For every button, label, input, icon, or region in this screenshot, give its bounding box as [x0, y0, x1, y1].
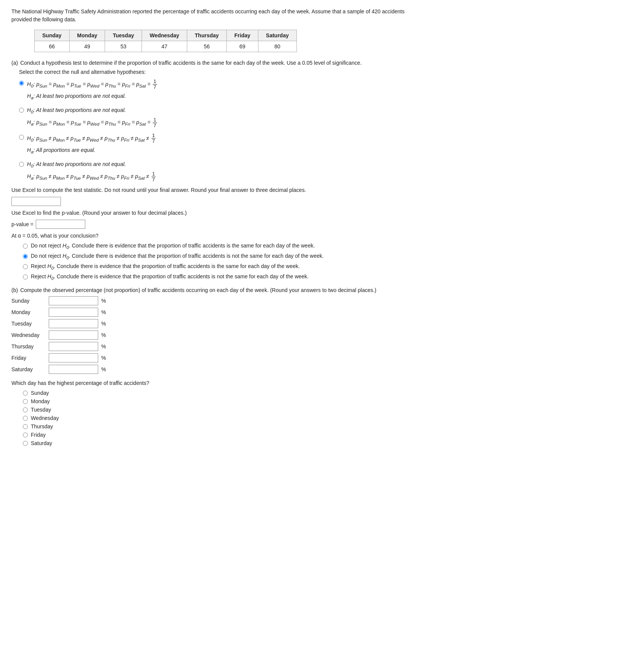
select-hypotheses-label: Select the correct the null and alternat… [19, 69, 407, 75]
percent-sign-friday: % [101, 355, 106, 361]
which-day-option-friday[interactable]: Friday [23, 432, 407, 438]
which-day-label-friday: Friday [31, 432, 46, 438]
hypothesis-option-2[interactable]: H0: At least two proportions are not equ… [19, 106, 407, 128]
percent-sign-wednesday: % [101, 332, 106, 338]
conclusion-section: At α = 0.05, what is your conclusion? Do… [11, 233, 407, 280]
conclusion-text-1: Do not reject H0. Conclude there is evid… [31, 243, 315, 250]
which-day-option-saturday[interactable]: Saturday [23, 440, 407, 446]
pvalue-section: Use Excel to find the p-value. (Round yo… [11, 210, 407, 229]
conclusion-radio-1[interactable] [23, 244, 28, 249]
table-header-wednesday: Wednesday [142, 30, 187, 41]
hypothesis-option-1-lines: H0: pSun = pMon = pTue = pWed = pThu = p… [27, 79, 158, 101]
day-input-sunday[interactable] [49, 296, 98, 305]
which-day-label-sunday: Sunday [31, 390, 49, 396]
day-inputs-container: Sunday%Monday%Tuesday%Wednesday%Thursday… [11, 296, 407, 374]
which-day-radio-tuesday[interactable] [23, 407, 28, 412]
h0-line-1: H0: pSun = pMon = pTue = pWed = pThu = p… [27, 79, 158, 90]
day-label-saturday: Saturday [11, 366, 46, 372]
conclusion-option-3[interactable]: Reject H0. Conclude there is evidence th… [23, 263, 407, 270]
intro-text: The National Highway Traffic Safety Admi… [11, 8, 407, 24]
hypothesis-radio-2[interactable] [19, 108, 24, 113]
which-day-option-thursday[interactable]: Thursday [23, 423, 407, 429]
h0-line-2: H0: At least two proportions are not equ… [27, 106, 158, 115]
which-day-radio-wednesday[interactable] [23, 416, 28, 421]
conclusion-option-1[interactable]: Do not reject H0. Conclude there is evid… [23, 243, 407, 250]
part-b-heading: (b) Compute the observed percentage (not… [11, 287, 407, 293]
part-a-heading: (a) Conduct a hypothesis test to determi… [11, 60, 407, 66]
table-value-monday: 49 [69, 41, 105, 52]
percent-sign-thursday: % [101, 343, 106, 350]
part-a-label: (a) [11, 60, 18, 66]
which-day-label-thursday: Thursday [31, 423, 53, 429]
hypothesis-option-3-lines: H0: pSun ≠ pMon ≠ pTue ≠ pWed ≠ pThu ≠ p… [27, 133, 156, 155]
which-day-radio-friday[interactable] [23, 433, 28, 437]
percent-sign-monday: % [101, 309, 106, 315]
hypothesis-option-4[interactable]: H0: At least two proportions are not equ… [19, 160, 407, 182]
table-value-saturday: 80 [258, 41, 296, 52]
day-label-friday: Friday [11, 355, 46, 361]
ha-line-3: Ha: All proportions are equal. [27, 146, 156, 155]
day-input-row-sunday: Sunday% [11, 296, 407, 305]
day-label-tuesday: Tuesday [11, 321, 46, 327]
table-header-saturday: Saturday [258, 30, 296, 41]
which-day-radios: SundayMondayTuesdayWednesdayThursdayFrid… [11, 390, 407, 446]
day-input-thursday[interactable] [49, 342, 98, 351]
hypothesis-radio-1[interactable] [19, 81, 24, 86]
percent-sign-tuesday: % [101, 321, 106, 327]
hypothesis-option-2-lines: H0: At least two proportions are not equ… [27, 106, 158, 128]
day-input-row-saturday: Saturday% [11, 365, 407, 374]
day-input-wednesday[interactable] [49, 330, 98, 340]
day-input-tuesday[interactable] [49, 319, 98, 328]
part-b-instruction: Compute the observed percentage (not pro… [20, 287, 376, 293]
which-day-radio-thursday[interactable] [23, 424, 28, 429]
hypothesis-radio-3[interactable] [19, 135, 24, 140]
which-day-label: Which day has the highest percentage of … [11, 380, 407, 386]
pvalue-input[interactable] [36, 220, 85, 229]
conclusion-text-2: Do not reject H0. Conclude there is evid… [31, 253, 324, 260]
day-input-monday[interactable] [49, 308, 98, 317]
hypothesis-option-1[interactable]: H0: pSun = pMon = pTue = pWed = pThu = p… [19, 79, 407, 101]
which-day-option-tuesday[interactable]: Tuesday [23, 407, 407, 413]
day-input-friday[interactable] [49, 353, 98, 362]
hypothesis-option-4-lines: H0: At least two proportions are not equ… [27, 160, 156, 182]
conclusion-radio-4[interactable] [23, 275, 28, 279]
which-day-radio-monday[interactable] [23, 399, 28, 404]
day-input-row-wednesday: Wednesday% [11, 330, 407, 340]
conclusion-radio-3[interactable] [23, 264, 28, 269]
table-value-thursday: 56 [187, 41, 226, 52]
which-day-radio-saturday[interactable] [23, 441, 28, 446]
table-value-friday: 69 [226, 41, 258, 52]
day-input-row-tuesday: Tuesday% [11, 319, 407, 328]
table-header-thursday: Thursday [187, 30, 226, 41]
data-table: SundayMondayTuesdayWednesdayThursdayFrid… [34, 30, 297, 52]
percent-sign-saturday: % [101, 366, 106, 372]
conclusion-option-4[interactable]: Reject H0. Conclude there is evidence th… [23, 273, 407, 281]
which-day-label-monday: Monday [31, 398, 50, 404]
part-a-instruction: Conduct a hypothesis test to determine i… [20, 60, 362, 66]
which-day-option-sunday[interactable]: Sunday [23, 390, 407, 396]
hypothesis-radio-4[interactable] [19, 162, 24, 167]
ha-line-1: Ha: At least two proportions are not equ… [27, 92, 158, 101]
which-day-label-wednesday: Wednesday [31, 415, 59, 421]
test-stat-input[interactable] [11, 197, 61, 206]
which-day-option-monday[interactable]: Monday [23, 398, 407, 404]
conclusion-option-2[interactable]: Do not reject H0. Conclude there is evid… [23, 253, 407, 260]
day-input-row-friday: Friday% [11, 353, 407, 362]
test-stat-section: Use Excel to compute the test statistic.… [11, 187, 407, 206]
day-label-monday: Monday [11, 309, 46, 315]
which-day-option-wednesday[interactable]: Wednesday [23, 415, 407, 421]
ha-line-4: Ha: pSun ≠ pMon ≠ pTue ≠ pWed ≠ pThu ≠ p… [27, 171, 156, 183]
table-value-row: 66495347566980 [35, 41, 297, 52]
conclusion-radio-2[interactable] [23, 254, 28, 259]
which-day-label-saturday: Saturday [31, 440, 52, 446]
table-header-friday: Friday [226, 30, 258, 41]
conclusion-text-4: Reject H0. Conclude there is evidence th… [31, 273, 309, 281]
part-b-label: (b) [11, 287, 18, 293]
day-input-saturday[interactable] [49, 365, 98, 374]
h0-line-4: H0: At least two proportions are not equ… [27, 160, 156, 169]
pvalue-label: Use Excel to find the p-value. (Round yo… [11, 210, 407, 216]
day-label-thursday: Thursday [11, 343, 46, 350]
hypothesis-option-3[interactable]: H0: pSun ≠ pMon ≠ pTue ≠ pWed ≠ pThu ≠ p… [19, 133, 407, 155]
which-day-radio-sunday[interactable] [23, 391, 28, 396]
which-day-section: Which day has the highest percentage of … [11, 380, 407, 446]
